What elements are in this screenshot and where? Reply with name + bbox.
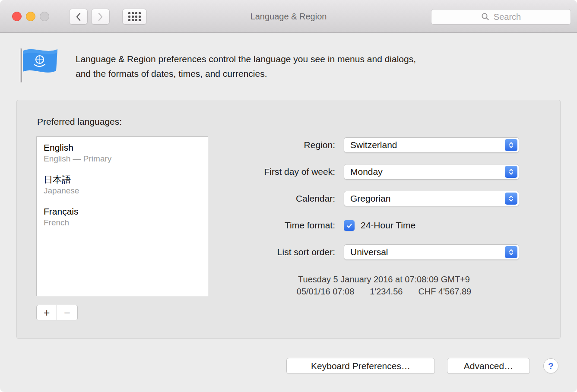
preferred-languages-list[interactable]: English English — Primary 日本語 Japanese F… xyxy=(36,136,208,296)
sort-order-value: Universal xyxy=(350,245,388,259)
region-label: Region: xyxy=(119,137,335,153)
titlebar: Language & Region Search xyxy=(0,0,577,33)
number-example: 1'234.56 xyxy=(370,285,403,297)
24-hour-time-checkbox[interactable] xyxy=(344,220,355,231)
short-format-examples: 05/01/16 07:08 1'234.56 CHF 4'567.89 xyxy=(233,285,535,297)
forward-button[interactable] xyxy=(91,9,110,25)
short-date-example: 05/01/16 07:08 xyxy=(297,285,354,297)
list-controls: + − xyxy=(36,305,78,320)
close-button[interactable] xyxy=(12,12,22,21)
calendar-label: Calendar: xyxy=(119,191,335,206)
keyboard-preferences-button[interactable]: Keyboard Preferences… xyxy=(286,358,435,374)
search-input[interactable]: Search xyxy=(431,9,571,25)
window-title: Language & Region xyxy=(250,0,327,33)
calendar-value: Gregorian xyxy=(350,191,390,206)
full-date-example: Tuesday 5 January 2016 at 07:08:09 GMT+9 xyxy=(233,273,535,285)
minimize-button[interactable] xyxy=(26,12,35,21)
first-day-value: Monday xyxy=(350,164,383,179)
search-icon xyxy=(481,13,490,21)
remove-language-button[interactable]: − xyxy=(57,305,78,320)
checkmark-icon xyxy=(346,222,353,229)
popup-arrows-icon xyxy=(505,166,517,178)
currency-example: CHF 4'567.89 xyxy=(418,285,471,297)
search-placeholder: Search xyxy=(494,12,521,22)
24-hour-time-label: 24-Hour Time xyxy=(361,218,415,233)
popup-arrows-icon xyxy=(505,193,517,205)
un-flag-icon xyxy=(19,47,58,85)
first-day-label: First day of week: xyxy=(119,164,335,180)
sort-order-label: List sort order: xyxy=(119,244,335,260)
help-button[interactable]: ? xyxy=(543,358,558,373)
preferences-description: Language & Region preferences control th… xyxy=(76,52,416,81)
sort-order-select[interactable]: Universal xyxy=(344,244,519,260)
zoom-button-disabled xyxy=(40,12,49,21)
popup-arrows-icon xyxy=(505,246,517,258)
chevron-left-icon xyxy=(76,13,81,21)
show-all-button[interactable] xyxy=(122,9,147,25)
advanced-button[interactable]: Advanced… xyxy=(447,358,530,374)
settings-panel: Preferred languages: English English — P… xyxy=(16,100,561,339)
first-day-select[interactable]: Monday xyxy=(344,164,519,180)
chevron-right-icon xyxy=(98,13,103,21)
language-detail: English — Primary xyxy=(44,153,201,164)
preferred-languages-label: Preferred languages: xyxy=(37,117,122,127)
grid-icon xyxy=(128,12,141,21)
popup-arrows-icon xyxy=(505,139,517,151)
language-region-window: Language & Region Search Language & Regi… xyxy=(0,0,577,392)
description-line-2: and the formats of dates, times, and cur… xyxy=(76,66,416,81)
back-button[interactable] xyxy=(69,9,88,25)
time-format-label: Time format: xyxy=(119,218,335,233)
language-name: Français xyxy=(44,205,201,217)
add-language-button[interactable]: + xyxy=(36,305,57,320)
region-value: Switzerland xyxy=(350,138,397,152)
calendar-select[interactable]: Gregorian xyxy=(344,191,519,206)
description-line-1: Language & Region preferences control th… xyxy=(76,52,416,66)
format-examples: Tuesday 5 January 2016 at 07:08:09 GMT+9… xyxy=(233,273,535,297)
region-select[interactable]: Switzerland xyxy=(344,137,519,153)
